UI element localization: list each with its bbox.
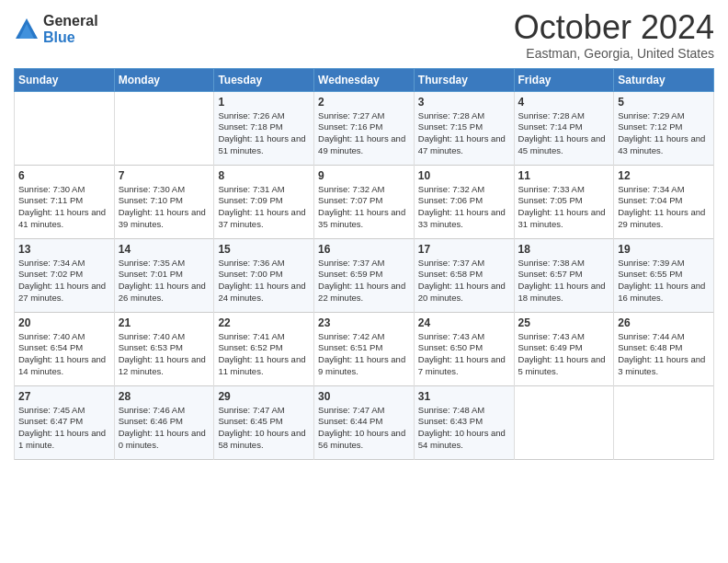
day-info: Sunrise: 7:30 AM Sunset: 7:10 PM Dayligh… bbox=[119, 184, 210, 231]
logo-icon bbox=[14, 17, 40, 42]
day-number: 15 bbox=[218, 243, 310, 256]
day-cell: 24Sunrise: 7:43 AM Sunset: 6:50 PM Dayli… bbox=[414, 312, 514, 385]
day-info: Sunrise: 7:34 AM Sunset: 7:04 PM Dayligh… bbox=[618, 184, 710, 231]
day-number: 6 bbox=[18, 169, 110, 182]
col-sunday: Sunday bbox=[15, 68, 115, 91]
day-number: 19 bbox=[618, 243, 710, 256]
day-cell: 20Sunrise: 7:40 AM Sunset: 6:54 PM Dayli… bbox=[15, 312, 115, 385]
day-info: Sunrise: 7:36 AM Sunset: 7:00 PM Dayligh… bbox=[218, 258, 310, 304]
col-friday: Friday bbox=[514, 68, 614, 91]
day-number: 25 bbox=[518, 316, 610, 329]
day-cell: 22Sunrise: 7:41 AM Sunset: 6:52 PM Dayli… bbox=[214, 312, 314, 385]
day-cell: 14Sunrise: 7:35 AM Sunset: 7:01 PM Dayli… bbox=[114, 238, 214, 312]
day-number: 28 bbox=[119, 390, 210, 403]
day-number: 16 bbox=[318, 243, 410, 256]
week-row-4: 20Sunrise: 7:40 AM Sunset: 6:54 PM Dayli… bbox=[15, 312, 714, 385]
day-info: Sunrise: 7:41 AM Sunset: 6:52 PM Dayligh… bbox=[218, 331, 310, 378]
page: General Blue October 2024 Eastman, Georg… bbox=[0, 0, 728, 563]
col-monday: Monday bbox=[114, 68, 214, 91]
day-info: Sunrise: 7:44 AM Sunset: 6:48 PM Dayligh… bbox=[618, 331, 710, 378]
day-cell: 5Sunrise: 7:29 AM Sunset: 7:12 PM Daylig… bbox=[614, 91, 714, 165]
day-number: 23 bbox=[318, 316, 410, 329]
day-cell: 13Sunrise: 7:34 AM Sunset: 7:02 PM Dayli… bbox=[15, 238, 115, 312]
logo-general: General bbox=[43, 13, 98, 29]
day-number: 5 bbox=[618, 96, 710, 109]
day-number: 1 bbox=[218, 96, 310, 109]
day-info: Sunrise: 7:29 AM Sunset: 7:12 PM Dayligh… bbox=[618, 110, 710, 157]
calendar-table: Sunday Monday Tuesday Wednesday Thursday… bbox=[14, 68, 714, 460]
day-cell: 3Sunrise: 7:28 AM Sunset: 7:15 PM Daylig… bbox=[414, 91, 514, 165]
day-info: Sunrise: 7:48 AM Sunset: 6:43 PM Dayligh… bbox=[418, 405, 510, 452]
day-info: Sunrise: 7:32 AM Sunset: 7:07 PM Dayligh… bbox=[318, 184, 410, 231]
day-cell: 8Sunrise: 7:31 AM Sunset: 7:09 PM Daylig… bbox=[214, 165, 314, 238]
week-row-2: 6Sunrise: 7:30 AM Sunset: 7:11 PM Daylig… bbox=[15, 165, 714, 238]
day-cell: 19Sunrise: 7:39 AM Sunset: 6:55 PM Dayli… bbox=[614, 238, 714, 312]
day-info: Sunrise: 7:43 AM Sunset: 6:50 PM Dayligh… bbox=[418, 331, 510, 378]
day-info: Sunrise: 7:26 AM Sunset: 7:18 PM Dayligh… bbox=[218, 110, 310, 157]
day-number: 12 bbox=[618, 169, 710, 182]
day-info: Sunrise: 7:37 AM Sunset: 6:59 PM Dayligh… bbox=[318, 258, 410, 304]
day-cell: 1Sunrise: 7:26 AM Sunset: 7:18 PM Daylig… bbox=[214, 91, 314, 165]
day-info: Sunrise: 7:37 AM Sunset: 6:58 PM Dayligh… bbox=[418, 258, 510, 304]
day-cell: 16Sunrise: 7:37 AM Sunset: 6:59 PM Dayli… bbox=[314, 238, 415, 312]
day-number: 7 bbox=[119, 169, 210, 182]
day-cell: 21Sunrise: 7:40 AM Sunset: 6:53 PM Dayli… bbox=[114, 312, 214, 385]
day-number: 8 bbox=[218, 169, 310, 182]
title-block: October 2024 Eastman, Georgia, United St… bbox=[514, 9, 714, 61]
day-number: 14 bbox=[119, 243, 210, 256]
day-cell: 25Sunrise: 7:43 AM Sunset: 6:49 PM Dayli… bbox=[514, 312, 614, 385]
main-title: October 2024 bbox=[514, 9, 714, 46]
day-number: 2 bbox=[318, 96, 410, 109]
day-info: Sunrise: 7:45 AM Sunset: 6:47 PM Dayligh… bbox=[18, 405, 110, 452]
day-cell: 9Sunrise: 7:32 AM Sunset: 7:07 PM Daylig… bbox=[314, 165, 415, 238]
day-number: 3 bbox=[418, 96, 510, 109]
day-number: 17 bbox=[418, 243, 510, 256]
day-cell: 28Sunrise: 7:46 AM Sunset: 6:46 PM Dayli… bbox=[114, 385, 214, 459]
day-info: Sunrise: 7:35 AM Sunset: 7:01 PM Dayligh… bbox=[119, 258, 210, 304]
day-number: 26 bbox=[618, 316, 710, 329]
calendar-body: 1Sunrise: 7:26 AM Sunset: 7:18 PM Daylig… bbox=[15, 91, 714, 459]
logo-blue: Blue bbox=[43, 29, 98, 46]
day-cell: 4Sunrise: 7:28 AM Sunset: 7:14 PM Daylig… bbox=[514, 91, 614, 165]
logo-text: General Blue bbox=[43, 13, 98, 45]
day-number: 31 bbox=[418, 390, 510, 403]
day-cell: 2Sunrise: 7:27 AM Sunset: 7:16 PM Daylig… bbox=[314, 91, 415, 165]
col-saturday: Saturday bbox=[614, 68, 714, 91]
day-cell bbox=[114, 91, 214, 165]
weekday-row: Sunday Monday Tuesday Wednesday Thursday… bbox=[15, 68, 714, 91]
day-number: 22 bbox=[218, 316, 310, 329]
day-cell: 15Sunrise: 7:36 AM Sunset: 7:00 PM Dayli… bbox=[214, 238, 314, 312]
day-number: 11 bbox=[518, 169, 610, 182]
day-info: Sunrise: 7:40 AM Sunset: 6:53 PM Dayligh… bbox=[119, 331, 210, 378]
day-number: 20 bbox=[18, 316, 110, 329]
day-info: Sunrise: 7:34 AM Sunset: 7:02 PM Dayligh… bbox=[18, 258, 110, 304]
day-number: 29 bbox=[218, 390, 310, 403]
col-wednesday: Wednesday bbox=[314, 68, 415, 91]
day-number: 9 bbox=[318, 169, 410, 182]
day-number: 21 bbox=[119, 316, 210, 329]
day-info: Sunrise: 7:47 AM Sunset: 6:45 PM Dayligh… bbox=[218, 405, 310, 452]
day-info: Sunrise: 7:40 AM Sunset: 6:54 PM Dayligh… bbox=[18, 331, 110, 378]
day-cell bbox=[614, 385, 714, 459]
day-cell: 30Sunrise: 7:47 AM Sunset: 6:44 PM Dayli… bbox=[314, 385, 415, 459]
day-number: 30 bbox=[318, 390, 410, 403]
day-number: 27 bbox=[18, 390, 110, 403]
day-cell: 7Sunrise: 7:30 AM Sunset: 7:10 PM Daylig… bbox=[114, 165, 214, 238]
day-info: Sunrise: 7:28 AM Sunset: 7:14 PM Dayligh… bbox=[518, 110, 610, 157]
day-cell: 27Sunrise: 7:45 AM Sunset: 6:47 PM Dayli… bbox=[15, 385, 115, 459]
day-cell: 10Sunrise: 7:32 AM Sunset: 7:06 PM Dayli… bbox=[414, 165, 514, 238]
week-row-1: 1Sunrise: 7:26 AM Sunset: 7:18 PM Daylig… bbox=[15, 91, 714, 165]
day-info: Sunrise: 7:39 AM Sunset: 6:55 PM Dayligh… bbox=[618, 258, 710, 304]
day-cell: 18Sunrise: 7:38 AM Sunset: 6:57 PM Dayli… bbox=[514, 238, 614, 312]
calendar-header: Sunday Monday Tuesday Wednesday Thursday… bbox=[15, 68, 714, 91]
day-info: Sunrise: 7:30 AM Sunset: 7:11 PM Dayligh… bbox=[18, 184, 110, 231]
day-number: 4 bbox=[518, 96, 610, 109]
logo: General Blue bbox=[14, 13, 98, 45]
day-info: Sunrise: 7:33 AM Sunset: 7:05 PM Dayligh… bbox=[518, 184, 610, 231]
day-info: Sunrise: 7:43 AM Sunset: 6:49 PM Dayligh… bbox=[518, 331, 610, 378]
day-info: Sunrise: 7:27 AM Sunset: 7:16 PM Dayligh… bbox=[318, 110, 410, 157]
day-info: Sunrise: 7:32 AM Sunset: 7:06 PM Dayligh… bbox=[418, 184, 510, 231]
week-row-5: 27Sunrise: 7:45 AM Sunset: 6:47 PM Dayli… bbox=[15, 385, 714, 459]
day-info: Sunrise: 7:28 AM Sunset: 7:15 PM Dayligh… bbox=[418, 110, 510, 157]
day-cell: 23Sunrise: 7:42 AM Sunset: 6:51 PM Dayli… bbox=[314, 312, 415, 385]
